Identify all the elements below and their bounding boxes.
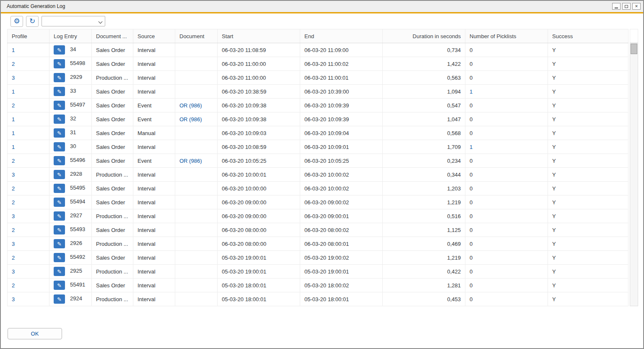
- column-header-log_entry[interactable]: Log Entry: [49, 29, 92, 43]
- edit-log-entry-button[interactable]: ✎: [54, 156, 65, 165]
- profile-link[interactable]: 3: [12, 268, 15, 275]
- start-cell: 06-03-20 11:08:59: [218, 43, 300, 57]
- end-cell: 05-03-20 19:00:01: [300, 265, 383, 279]
- refresh-button[interactable]: ↻: [26, 16, 39, 27]
- ok-button[interactable]: OK: [8, 328, 62, 339]
- duration-cell: 0,453: [383, 292, 465, 306]
- picklists-value: 0: [470, 158, 473, 164]
- column-header-profile[interactable]: Profile: [8, 29, 49, 43]
- edit-log-entry-button[interactable]: ✎: [54, 128, 65, 138]
- column-header-source[interactable]: Source: [133, 29, 175, 43]
- picklists-cell: 1: [465, 85, 548, 99]
- profile-link[interactable]: 1: [12, 144, 15, 150]
- profile-link[interactable]: 3: [12, 172, 15, 178]
- log-entry-number: 32: [70, 115, 76, 122]
- profile-cell: 2: [8, 251, 49, 265]
- document-cell: [175, 71, 218, 85]
- duration-cell: 0,469: [383, 237, 465, 251]
- maximize-button[interactable]: [622, 3, 631, 10]
- scrollbar-header-spacer: [630, 29, 638, 43]
- profile-link[interactable]: 2: [12, 199, 15, 206]
- pencil-icon: ✎: [57, 144, 62, 150]
- column-header-doc_type[interactable]: Document ...: [92, 29, 133, 43]
- edit-log-entry-button[interactable]: ✎: [54, 73, 65, 82]
- window-titlebar[interactable]: Automatic Generation Log ✕: [1, 1, 643, 12]
- profile-link[interactable]: 2: [12, 185, 15, 192]
- start-cell: 06-03-20 10:09:03: [218, 126, 300, 140]
- filter-dropdown[interactable]: [42, 16, 105, 26]
- edit-log-entry-button[interactable]: ✎: [54, 211, 65, 221]
- column-header-success[interactable]: Success: [548, 29, 628, 43]
- success-cell: Y: [548, 112, 628, 126]
- table-row: 2 ✎55491 Sales Order Interval 05-03-20 1…: [8, 279, 628, 292]
- column-header-duration[interactable]: Duration in seconds: [383, 29, 465, 43]
- profile-link[interactable]: 2: [12, 61, 15, 67]
- end-cell: 06-03-20 10:09:39: [300, 99, 383, 112]
- edit-log-entry-button[interactable]: ✎: [54, 198, 65, 207]
- table-header-row: ProfileLog EntryDocument ...SourceDocume…: [8, 29, 628, 43]
- edit-log-entry-button[interactable]: ✎: [54, 184, 65, 193]
- document-link[interactable]: OR (986): [179, 102, 202, 109]
- log-entry-number: 55493: [70, 226, 85, 232]
- profile-link[interactable]: 2: [12, 227, 15, 233]
- table-row: 2 ✎55492 Sales Order Interval 05-03-20 1…: [8, 251, 628, 265]
- profile-link[interactable]: 3: [12, 75, 15, 81]
- log-entry-cell: ✎2929: [49, 71, 92, 85]
- start-cell: 06-03-20 10:09:38: [218, 112, 300, 126]
- source-cell: Interval: [133, 168, 175, 182]
- document-link[interactable]: OR (986): [179, 116, 202, 122]
- picklists-value[interactable]: 1: [470, 89, 473, 95]
- column-header-picklists[interactable]: Number of Picklists: [465, 29, 548, 43]
- profile-link[interactable]: 2: [12, 255, 15, 261]
- picklists-value[interactable]: 1: [470, 144, 473, 150]
- edit-log-entry-button[interactable]: ✎: [54, 101, 65, 110]
- table-row: 2 ✎55495 Sales Order Interval 06-03-20 1…: [8, 182, 628, 195]
- picklists-value: 0: [470, 213, 473, 219]
- edit-log-entry-button[interactable]: ✎: [54, 45, 65, 55]
- edit-log-entry-button[interactable]: ✎: [54, 225, 65, 234]
- profile-link[interactable]: 1: [12, 89, 15, 95]
- edit-log-entry-button[interactable]: ✎: [54, 239, 65, 248]
- vertical-scrollbar[interactable]: [630, 43, 638, 306]
- edit-log-entry-button[interactable]: ✎: [54, 281, 65, 290]
- success-cell: Y: [548, 99, 628, 112]
- start-cell: 06-03-20 10:00:00: [218, 182, 300, 195]
- end-cell: 06-03-20 10:09:04: [300, 126, 383, 140]
- profile-link[interactable]: 2: [12, 102, 15, 109]
- profile-link[interactable]: 3: [12, 241, 15, 247]
- column-header-document[interactable]: Document: [175, 29, 218, 43]
- profile-link[interactable]: 2: [12, 282, 15, 289]
- edit-log-entry-button[interactable]: ✎: [54, 170, 65, 179]
- profile-link[interactable]: 3: [12, 296, 15, 302]
- profile-link[interactable]: 3: [12, 213, 15, 219]
- table-row: 3 ✎2929 Production ... Interval 06-03-20…: [8, 71, 628, 85]
- edit-log-entry-button[interactable]: ✎: [54, 87, 65, 96]
- success-cell: Y: [548, 71, 628, 85]
- column-header-start[interactable]: Start: [218, 29, 300, 43]
- edit-log-entry-button[interactable]: ✎: [54, 115, 65, 124]
- vertical-scrollbar-thumb[interactable]: [631, 44, 637, 54]
- edit-log-entry-button[interactable]: ✎: [54, 142, 65, 151]
- edit-log-entry-button[interactable]: ✎: [54, 267, 65, 276]
- column-header-end[interactable]: End: [300, 29, 383, 43]
- pencil-icon: ✎: [57, 214, 62, 219]
- success-cell: Y: [548, 209, 628, 223]
- log-entry-number: 2929: [70, 74, 82, 80]
- picklists-value: 0: [470, 282, 473, 289]
- edit-log-entry-button[interactable]: ✎: [54, 59, 65, 68]
- profile-link[interactable]: 1: [12, 116, 15, 122]
- profile-link[interactable]: 1: [12, 47, 15, 53]
- log-entry-number: 55492: [70, 254, 85, 260]
- success-cell: Y: [548, 126, 628, 140]
- edit-log-entry-button[interactable]: ✎: [54, 253, 65, 262]
- table-row: 3 ✎2925 Production ... Interval 05-03-20…: [8, 265, 628, 279]
- profile-link[interactable]: 2: [12, 158, 15, 164]
- edit-log-entry-button[interactable]: ✎: [54, 294, 65, 304]
- close-button[interactable]: ✕: [632, 3, 641, 10]
- profile-link[interactable]: 1: [12, 130, 15, 136]
- document-link[interactable]: OR (986): [179, 158, 202, 164]
- minimize-button[interactable]: [612, 3, 621, 10]
- picklists-cell: 0: [465, 251, 548, 265]
- settings-button[interactable]: ⚙: [10, 16, 23, 27]
- log-entry-cell: ✎55491: [49, 279, 92, 292]
